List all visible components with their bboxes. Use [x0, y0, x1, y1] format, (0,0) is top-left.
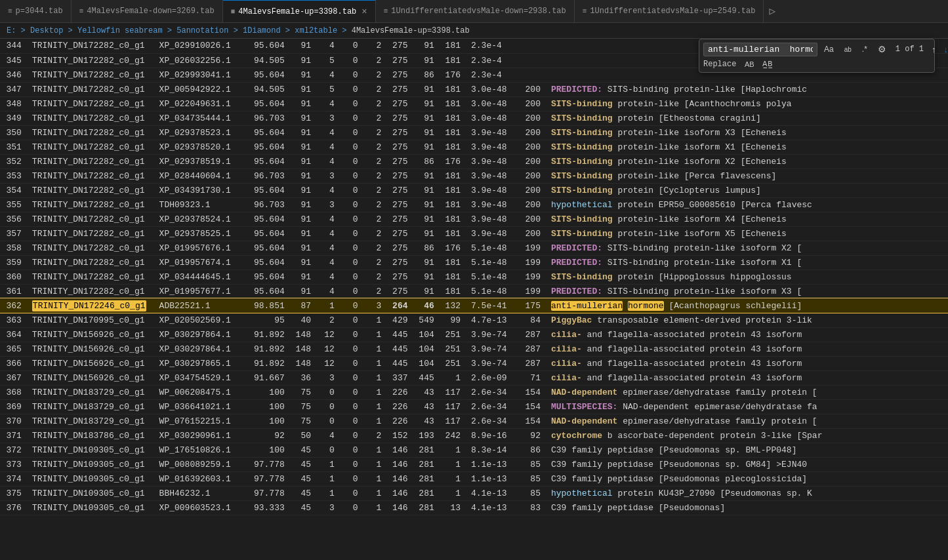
table-row: 353TRINITY_DN172282_c0_g1XP_028440604.19…	[0, 169, 948, 183]
breadcrumb-text: E: > Desktop > Yellowfin seabream > 5ann…	[7, 26, 470, 35]
table-row: 372TRINITY_DN109305_c0_g1WP_176510826.11…	[0, 443, 948, 457]
table-row: 370TRINITY_DN183729_c0_g1WP_076152215.11…	[0, 414, 948, 428]
table-row: 373TRINITY_DN109305_c0_g1WP_008089259.19…	[0, 457, 948, 471]
table-row: 360TRINITY_DN172282_c0_g1XP_034444645.19…	[0, 270, 948, 284]
find-input[interactable]	[703, 43, 817, 56]
table-row: 347TRINITY_DN172282_c0_g1XP_005942922.19…	[0, 82, 948, 96]
tab-label-1: p=3044.tab	[16, 7, 63, 16]
tab-icon-4: ≡	[384, 7, 388, 15]
tab-icon-3: ≡	[231, 8, 236, 16]
table-row: 367TRINITY_DN156926_c0_g1XP_034754529.19…	[0, 370, 948, 385]
tab-1undiff-up[interactable]: ≡ 1UndifferentiatedvsMale-up=2549.tab	[575, 0, 764, 23]
table-row: 369TRINITY_DN183729_c0_g1WP_036641021.11…	[0, 399, 948, 414]
table-row: 350TRINITY_DN172282_c0_g1XP_029378523.19…	[0, 125, 948, 140]
replace-all-button[interactable]: A̲B̲	[760, 58, 775, 70]
replace-one-button[interactable]: AB	[742, 59, 757, 70]
tab-label-2: 4MalevsFemale-down=3269.tab	[87, 7, 214, 16]
tab-icon-2: ≡	[79, 7, 84, 15]
table-row: 366TRINITY_DN156926_c0_g1XP_030297865.19…	[0, 356, 948, 370]
tab-overflow-button[interactable]: ▷	[764, 5, 781, 18]
whole-word-button[interactable]: ab	[840, 44, 855, 55]
table-row: 358TRINITY_DN172282_c0_g1XP_019957676.19…	[0, 241, 948, 255]
table-row: 371TRINITY_DN183786_c0_g1XP_030290961.19…	[0, 428, 948, 443]
table-row: 374TRINITY_DN109305_c0_g1WP_016392603.19…	[0, 471, 948, 486]
table-row: 355TRINITY_DN172282_c0_g1TDH09323.196.70…	[0, 197, 948, 212]
table-row: 363TRINITY_DN170995_c0_g1XP_020502569.19…	[0, 313, 948, 327]
tab-4males-down[interactable]: ≡ 4MalevsFemale-down=3269.tab	[72, 0, 223, 23]
tab-close-button[interactable]: ×	[361, 7, 367, 17]
table-row: 359TRINITY_DN172282_c0_g1XP_019957674.19…	[0, 255, 948, 270]
table-row: 365TRINITY_DN156926_c0_g1XP_030297864.19…	[0, 342, 948, 356]
table-row: 352TRINITY_DN172282_c0_g1XP_029378519.19…	[0, 154, 948, 169]
find-count: 1 of 1	[893, 45, 926, 54]
find-widget: Aa ab .* ⚙ 1 of 1 ↑ ↓ ☰ × Replace AB A̲B…	[699, 39, 935, 73]
tab-1undiff-down[interactable]: ≡ 1UndifferentiatedvsMale-down=2938.tab	[376, 0, 575, 23]
breadcrumb: E: > Desktop > Yellowfin seabream > 5ann…	[0, 23, 948, 39]
replace-label: Replace	[703, 60, 739, 69]
table-row: 364TRINITY_DN156926_c0_g1XP_030297864.19…	[0, 327, 948, 342]
tab-label-5: 1UndifferentiatedvsMale-up=2549.tab	[590, 7, 755, 16]
table-row: 362TRINITY_DN172246_c0_g1ADB22521.198.85…	[0, 298, 948, 313]
tab-icon-1: ≡	[8, 7, 12, 15]
table-row: 361TRINITY_DN172282_c0_g1XP_019957677.19…	[0, 284, 948, 298]
table-row: 356TRINITY_DN172282_c0_g1XP_029378524.19…	[0, 212, 948, 226]
regex-button[interactable]: .*	[858, 43, 871, 56]
tab-label-4: 1UndifferentiatedvsMale-down=2938.tab	[391, 7, 566, 16]
table-row: 351TRINITY_DN172282_c0_g1XP_029378520.19…	[0, 140, 948, 154]
find-next-button[interactable]: ↓	[941, 43, 948, 56]
table-row: 375TRINITY_DN109305_c0_g1BBH46232.197.77…	[0, 486, 948, 500]
table-row: 357TRINITY_DN172282_c0_g1XP_029378525.19…	[0, 226, 948, 241]
find-prev-button[interactable]: ↑	[929, 43, 939, 56]
table-row: 349TRINITY_DN172282_c0_g1XP_034735444.19…	[0, 111, 948, 125]
tab-4males-up[interactable]: ≡ 4MalevsFemale-up=3398.tab ×	[223, 0, 376, 23]
data-table: 344TRINITY_DN172282_c0_g1XP_029910026.19…	[0, 39, 948, 515]
tab-label-3: 4MalevsFemale-up=3398.tab	[238, 7, 356, 16]
tab-p3044[interactable]: ≡ p=3044.tab	[0, 0, 72, 23]
content-area[interactable]: 344TRINITY_DN172282_c0_g1XP_029910026.19…	[0, 39, 948, 560]
table-row: 354TRINITY_DN172282_c0_g1XP_034391730.19…	[0, 183, 948, 197]
table-row: 376TRINITY_DN109305_c0_g1XP_009603523.19…	[0, 500, 948, 515]
find-settings-button[interactable]: ⚙	[874, 42, 890, 56]
table-row: 368TRINITY_DN183729_c0_g1WP_006208475.11…	[0, 385, 948, 399]
table-row: 348TRINITY_DN172282_c0_g1XP_022049631.19…	[0, 96, 948, 111]
match-case-button[interactable]: Aa	[820, 43, 838, 56]
tab-icon-5: ≡	[583, 7, 587, 15]
tab-bar: ≡ p=3044.tab ≡ 4MalevsFemale-down=3269.t…	[0, 0, 948, 23]
